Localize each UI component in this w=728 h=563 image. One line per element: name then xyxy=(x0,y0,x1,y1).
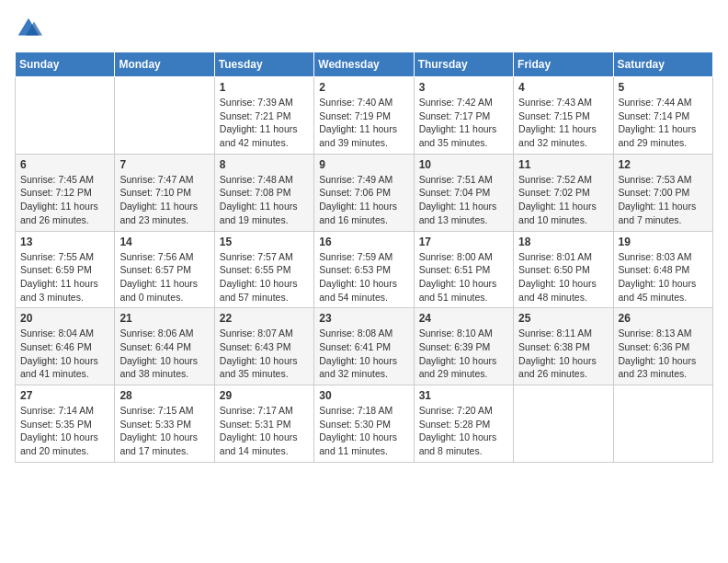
day-number: 12 xyxy=(619,158,708,171)
calendar-cell: 23Sunrise: 8:08 AM Sunset: 6:41 PM Dayli… xyxy=(314,308,414,385)
calendar-cell: 10Sunrise: 7:51 AM Sunset: 7:04 PM Dayli… xyxy=(414,154,513,231)
day-info: Sunrise: 7:59 AM Sunset: 6:53 PM Dayligh… xyxy=(319,250,408,304)
day-number: 20 xyxy=(20,312,109,325)
calendar-week-2: 6Sunrise: 7:45 AM Sunset: 7:12 PM Daylig… xyxy=(16,154,713,231)
day-number: 17 xyxy=(419,236,508,248)
header xyxy=(15,15,713,42)
weekday-header-monday: Monday xyxy=(115,52,214,77)
day-number: 13 xyxy=(20,236,109,248)
day-number: 5 xyxy=(619,81,708,94)
calendar-cell: 26Sunrise: 8:13 AM Sunset: 6:36 PM Dayli… xyxy=(613,308,712,385)
calendar-cell: 4Sunrise: 7:43 AM Sunset: 7:15 PM Daylig… xyxy=(514,77,613,155)
day-number: 14 xyxy=(119,236,209,248)
calendar-cell xyxy=(115,77,214,155)
day-number: 18 xyxy=(518,236,608,248)
day-info: Sunrise: 8:04 AM Sunset: 6:46 PM Dayligh… xyxy=(20,327,109,381)
logo xyxy=(15,15,48,42)
day-number: 6 xyxy=(20,158,109,171)
day-info: Sunrise: 7:44 AM Sunset: 7:14 PM Dayligh… xyxy=(619,96,708,150)
calendar-cell: 6Sunrise: 7:45 AM Sunset: 7:12 PM Daylig… xyxy=(16,154,115,231)
day-info: Sunrise: 7:47 AM Sunset: 7:10 PM Dayligh… xyxy=(119,173,209,227)
day-number: 31 xyxy=(419,389,508,402)
day-info: Sunrise: 7:55 AM Sunset: 6:59 PM Dayligh… xyxy=(20,250,109,304)
calendar-cell: 2Sunrise: 7:40 AM Sunset: 7:19 PM Daylig… xyxy=(314,77,414,155)
day-info: Sunrise: 7:17 AM Sunset: 5:31 PM Dayligh… xyxy=(220,404,309,458)
day-info: Sunrise: 7:40 AM Sunset: 7:19 PM Dayligh… xyxy=(319,96,408,150)
day-info: Sunrise: 7:15 AM Sunset: 5:33 PM Dayligh… xyxy=(119,404,209,458)
calendar-week-1: 1Sunrise: 7:39 AM Sunset: 7:21 PM Daylig… xyxy=(16,77,713,155)
calendar-cell: 31Sunrise: 7:20 AM Sunset: 5:28 PM Dayli… xyxy=(414,385,513,463)
calendar: SundayMondayTuesdayWednesdayThursdayFrid… xyxy=(15,52,713,463)
day-info: Sunrise: 7:52 AM Sunset: 7:02 PM Dayligh… xyxy=(518,173,608,227)
weekday-header-friday: Friday xyxy=(514,52,613,77)
calendar-cell: 15Sunrise: 7:57 AM Sunset: 6:55 PM Dayli… xyxy=(214,231,313,308)
calendar-cell xyxy=(16,77,115,155)
calendar-cell: 22Sunrise: 8:07 AM Sunset: 6:43 PM Dayli… xyxy=(214,308,313,385)
day-info: Sunrise: 8:03 AM Sunset: 6:48 PM Dayligh… xyxy=(619,250,708,304)
day-number: 11 xyxy=(518,158,608,171)
calendar-body: 1Sunrise: 7:39 AM Sunset: 7:21 PM Daylig… xyxy=(16,77,713,463)
calendar-cell: 9Sunrise: 7:49 AM Sunset: 7:06 PM Daylig… xyxy=(314,154,414,231)
calendar-cell: 18Sunrise: 8:01 AM Sunset: 6:50 PM Dayli… xyxy=(514,231,613,308)
weekday-header-thursday: Thursday xyxy=(414,52,513,77)
calendar-cell: 19Sunrise: 8:03 AM Sunset: 6:48 PM Dayli… xyxy=(613,231,712,308)
calendar-cell: 17Sunrise: 8:00 AM Sunset: 6:51 PM Dayli… xyxy=(414,231,513,308)
weekday-row: SundayMondayTuesdayWednesdayThursdayFrid… xyxy=(16,52,713,77)
weekday-header-sunday: Sunday xyxy=(16,52,115,77)
day-number: 22 xyxy=(220,312,309,325)
calendar-cell: 1Sunrise: 7:39 AM Sunset: 7:21 PM Daylig… xyxy=(214,77,313,155)
day-number: 16 xyxy=(319,236,408,248)
day-number: 10 xyxy=(419,158,508,171)
calendar-cell: 30Sunrise: 7:18 AM Sunset: 5:30 PM Dayli… xyxy=(314,385,414,463)
day-number: 30 xyxy=(319,389,408,402)
day-number: 9 xyxy=(319,158,408,171)
day-number: 26 xyxy=(619,312,708,325)
day-info: Sunrise: 7:57 AM Sunset: 6:55 PM Dayligh… xyxy=(220,250,309,304)
day-number: 8 xyxy=(220,158,309,171)
calendar-cell: 24Sunrise: 8:10 AM Sunset: 6:39 PM Dayli… xyxy=(414,308,513,385)
day-number: 1 xyxy=(220,81,309,94)
day-info: Sunrise: 7:53 AM Sunset: 7:00 PM Dayligh… xyxy=(619,173,708,227)
calendar-cell: 5Sunrise: 7:44 AM Sunset: 7:14 PM Daylig… xyxy=(613,77,712,155)
day-info: Sunrise: 8:11 AM Sunset: 6:38 PM Dayligh… xyxy=(518,327,608,381)
calendar-cell xyxy=(514,385,613,463)
calendar-cell xyxy=(613,385,712,463)
calendar-week-5: 27Sunrise: 7:14 AM Sunset: 5:35 PM Dayli… xyxy=(16,385,713,463)
day-info: Sunrise: 8:07 AM Sunset: 6:43 PM Dayligh… xyxy=(220,327,309,381)
day-info: Sunrise: 8:00 AM Sunset: 6:51 PM Dayligh… xyxy=(419,250,508,304)
day-number: 4 xyxy=(518,81,608,94)
calendar-cell: 11Sunrise: 7:52 AM Sunset: 7:02 PM Dayli… xyxy=(514,154,613,231)
day-info: Sunrise: 8:10 AM Sunset: 6:39 PM Dayligh… xyxy=(419,327,508,381)
day-info: Sunrise: 7:42 AM Sunset: 7:17 PM Dayligh… xyxy=(419,96,508,150)
day-info: Sunrise: 7:39 AM Sunset: 7:21 PM Dayligh… xyxy=(220,96,309,150)
day-info: Sunrise: 7:49 AM Sunset: 7:06 PM Dayligh… xyxy=(319,173,408,227)
weekday-header-wednesday: Wednesday xyxy=(314,52,414,77)
day-number: 25 xyxy=(518,312,608,325)
calendar-cell: 21Sunrise: 8:06 AM Sunset: 6:44 PM Dayli… xyxy=(115,308,214,385)
calendar-cell: 16Sunrise: 7:59 AM Sunset: 6:53 PM Dayli… xyxy=(314,231,414,308)
day-info: Sunrise: 8:01 AM Sunset: 6:50 PM Dayligh… xyxy=(518,250,608,304)
day-info: Sunrise: 7:51 AM Sunset: 7:04 PM Dayligh… xyxy=(419,173,508,227)
logo-icon xyxy=(15,15,42,42)
calendar-cell: 8Sunrise: 7:48 AM Sunset: 7:08 PM Daylig… xyxy=(214,154,313,231)
day-info: Sunrise: 8:08 AM Sunset: 6:41 PM Dayligh… xyxy=(319,327,408,381)
day-number: 21 xyxy=(119,312,209,325)
day-number: 2 xyxy=(319,81,408,94)
day-number: 24 xyxy=(419,312,508,325)
calendar-cell: 27Sunrise: 7:14 AM Sunset: 5:35 PM Dayli… xyxy=(16,385,115,463)
calendar-cell: 14Sunrise: 7:56 AM Sunset: 6:57 PM Dayli… xyxy=(115,231,214,308)
calendar-week-4: 20Sunrise: 8:04 AM Sunset: 6:46 PM Dayli… xyxy=(16,308,713,385)
calendar-cell: 3Sunrise: 7:42 AM Sunset: 7:17 PM Daylig… xyxy=(414,77,513,155)
weekday-header-tuesday: Tuesday xyxy=(214,52,313,77)
calendar-cell: 25Sunrise: 8:11 AM Sunset: 6:38 PM Dayli… xyxy=(514,308,613,385)
day-number: 23 xyxy=(319,312,408,325)
calendar-cell: 12Sunrise: 7:53 AM Sunset: 7:00 PM Dayli… xyxy=(613,154,712,231)
calendar-header: SundayMondayTuesdayWednesdayThursdayFrid… xyxy=(16,52,713,77)
day-info: Sunrise: 7:56 AM Sunset: 6:57 PM Dayligh… xyxy=(119,250,209,304)
day-number: 3 xyxy=(419,81,508,94)
day-info: Sunrise: 8:06 AM Sunset: 6:44 PM Dayligh… xyxy=(119,327,209,381)
day-info: Sunrise: 8:13 AM Sunset: 6:36 PM Dayligh… xyxy=(619,327,708,381)
day-info: Sunrise: 7:48 AM Sunset: 7:08 PM Dayligh… xyxy=(220,173,309,227)
weekday-header-saturday: Saturday xyxy=(613,52,712,77)
day-info: Sunrise: 7:18 AM Sunset: 5:30 PM Dayligh… xyxy=(319,404,408,458)
